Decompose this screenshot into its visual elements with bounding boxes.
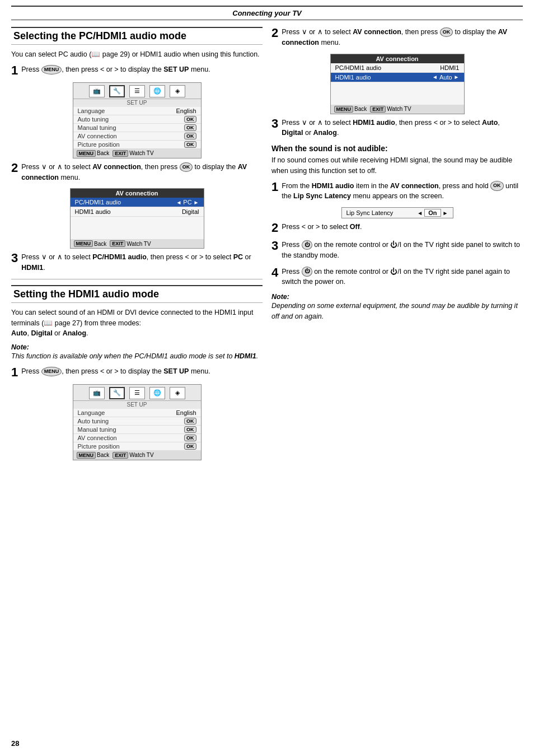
menu2-row-avconnection: AV connection OK [73, 434, 201, 442]
section1-step3: 3 Press ∨ or ∧ to select PC/HDMI1 audio,… [11, 252, 263, 273]
audible-step1: 1 From the HDMI1 audio item in the AV co… [271, 181, 523, 202]
lip-sync-row: Lip Sync Latency ◄ On ► [342, 208, 453, 218]
section-divider [11, 279, 263, 279]
menu2-row-language: Language English [73, 409, 201, 417]
step-number-2: 2 [11, 162, 18, 174]
lip-sync-label: Lip Sync Latency [346, 209, 394, 216]
right-column: 2 Press ∨ or ∧ to select AV connection, … [271, 27, 523, 464]
audible-step1-text: From the HDMI1 audio item in the AV conn… [282, 181, 523, 202]
lip-sync-menu: Lip Sync Latency ◄ On ► [341, 207, 453, 218]
menu2-row-manualtuning: Manual tuning OK [73, 426, 201, 434]
audible-step2: 2 Press < or > to select Off. [271, 222, 523, 234]
icon-tool-2: 🔧 [109, 387, 125, 399]
power-btn-4[interactable]: ⏻ [302, 267, 312, 277]
nav-bar-right: MENU Back EXIT Watch TV [331, 105, 464, 114]
menu2-row-autotuning: Auto tuning OK [73, 417, 201, 426]
av-connection-menu-right: AV connection PC/HDMI1 audio HDMI1 HDMI1… [330, 54, 465, 114]
ok-btn-right[interactable]: OK [440, 27, 453, 38]
menu-btn[interactable]: MENU [41, 65, 62, 75]
menu-icons-row-2: 📺 🔧 ☰ 🌐 ◈ [73, 385, 201, 401]
icon-globe-2: 🌐 [149, 387, 165, 399]
section2-title: Setting the HDMI1 audio mode [11, 285, 263, 303]
icon-ctrl-2: ◈ [170, 387, 185, 399]
icon-tv: 📺 [89, 85, 105, 97]
menu-btn-2[interactable]: MENU [41, 367, 62, 377]
nav-bar-2: MENU Back EXIT Watch TV [73, 451, 201, 460]
setup-label-2: SET UP [73, 401, 201, 409]
av-row-pchdmi1-right: PC/HDMI1 audio HDMI1 [331, 63, 464, 73]
section2-step1-text: Press MENU, then press < or > to display… [21, 366, 263, 377]
right-step3-text: Press ∨ or ∧ to select HDMI1 audio, then… [282, 118, 523, 139]
audible-step2-text: Press < or > to select Off. [282, 222, 523, 232]
step2-text: Press ∨ or ∧ to select AV connection, th… [21, 162, 263, 183]
icon-ctrl: ◈ [170, 85, 185, 97]
right-step2-text: Press ∨ or ∧ to select AV connection, th… [282, 27, 523, 48]
nav-exit-watch: EXIT Watch TV [113, 150, 153, 157]
ok-btn-hold[interactable]: OK [490, 181, 504, 191]
menu-row-autotuning: Auto tuning OK [73, 115, 201, 124]
audible-step-num-1: 1 [271, 181, 278, 193]
section1-title: Selecting the PC/HDMI1 audio mode [11, 27, 263, 45]
lip-sync-value: ◄ On ► [417, 209, 448, 216]
icon-tool: 🔧 [109, 85, 125, 97]
step-number-3: 3 [11, 252, 18, 264]
setup-menu-1: 📺 🔧 ☰ 🌐 ◈ SET UP Language English Auto t… [73, 82, 202, 158]
menu-spacer-right [331, 82, 464, 105]
right-step3: 3 Press ∨ or ∧ to select HDMI1 audio, th… [271, 118, 523, 139]
left-column: Selecting the PC/HDMI1 audio mode You ca… [11, 27, 263, 464]
av-row-hdmi1-right: HDMI1 audio ◄ Auto ► [331, 73, 464, 82]
power-btn-3[interactable]: ⏻ [302, 240, 312, 250]
step3-text: Press ∨ or ∧ to select PC/HDMI1 audio, t… [21, 252, 263, 273]
av-row-hdmi1: HDMI1 audio Digital [71, 207, 204, 217]
audible-step-num-4: 4 [271, 267, 278, 279]
right-step-num-2: 2 [271, 27, 278, 39]
menu-icons-row: 📺 🔧 ☰ 🌐 ◈ [73, 83, 201, 99]
step-number-s2-1: 1 [11, 366, 18, 379]
page-header-title: Connecting your TV [232, 9, 302, 17]
audible-step4: 4 Press ⏻ on the remote control or ⏻/I o… [271, 267, 523, 288]
when-not-audible-title: When the sound is not audible: [271, 144, 523, 153]
section2-step1: 1 Press MENU, then press < or > to displ… [11, 366, 263, 379]
menu-row-picturepos: Picture position OK [73, 141, 201, 149]
right-step-num-3: 3 [271, 118, 278, 130]
section2-desc: You can select sound of an HDMI or DVI d… [11, 307, 263, 339]
audible-step3: 3 Press ⏻ on the remote control or ⏻/I o… [271, 240, 523, 261]
nav-bar-av1: MENU Back EXIT Watch TV [71, 239, 204, 248]
av-connection-menu-1: AV connection PC/HDMI1 audio ◄ PC ► HDMI… [70, 188, 204, 249]
setup-label: SET UP [73, 99, 201, 107]
av-menu-title: AV connection [71, 189, 204, 198]
menu-spacer [71, 217, 204, 239]
setup-menu-2: 📺 🔧 ☰ 🌐 ◈ SET UP Language English Auto t… [73, 384, 202, 460]
icon-list-2: ☰ [129, 387, 145, 399]
nav-bar-1: MENU Back EXIT Watch TV [73, 149, 201, 158]
two-column-layout: Selecting the PC/HDMI1 audio mode You ca… [11, 27, 523, 464]
ok-btn-inline[interactable]: OK [180, 162, 193, 172]
icon-list: ☰ [129, 85, 145, 97]
right-note: Note: Depending on some external equipme… [271, 293, 523, 322]
nav-menu-back: MENU Back [77, 150, 110, 157]
audible-step4-text: Press ⏻ on the remote control or ⏻/I on … [282, 267, 523, 288]
section1-step2: 2 Press ∨ or ∧ to select AV connection, … [11, 162, 263, 183]
menu-row-language: Language English [73, 107, 201, 115]
audible-step-num-2: 2 [271, 222, 278, 234]
page-number: 28 [11, 739, 19, 748]
icon-tv-2: 📺 [89, 387, 105, 399]
menu-row-avconnection: AV connection OK [73, 132, 201, 141]
section1-step1: 1 Press MENU, then press < or > to displ… [11, 64, 263, 77]
step1-text: Press MENU, then press < or > to display… [21, 64, 263, 75]
right-step2: 2 Press ∨ or ∧ to select AV connection, … [271, 27, 523, 48]
section2-note: Note: This function is available only wh… [11, 343, 263, 362]
menu2-row-picturepos: Picture position OK [73, 442, 201, 451]
av-row-pchdmi1: PC/HDMI1 audio ◄ PC ► [71, 198, 204, 207]
icon-globe: 🌐 [149, 85, 165, 97]
audible-step-num-3: 3 [271, 240, 278, 252]
page: Connecting your TV Selecting the PC/HDMI… [0, 0, 534, 756]
section1-desc: You can select PC audio (📖 page 29) or H… [11, 49, 263, 60]
av-menu-title-right: AV connection [331, 54, 464, 63]
audible-step3-text: Press ⏻ on the remote control or ⏻/I on … [282, 240, 523, 261]
when-not-audible-desc: If no sound comes out while receiving HD… [271, 155, 523, 176]
menu-row-manualtuning: Manual tuning OK [73, 124, 201, 132]
step-number: 1 [11, 64, 18, 77]
page-header: Connecting your TV [11, 6, 523, 20]
